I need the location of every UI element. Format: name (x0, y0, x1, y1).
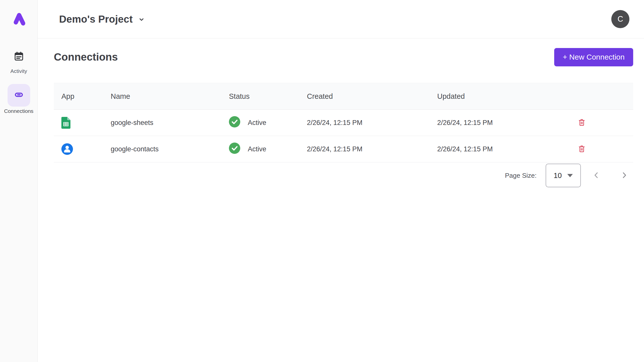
updated-timestamp: 2/26/24, 12:15 PM (437, 119, 578, 127)
previous-page-button[interactable] (593, 171, 599, 180)
sidebar-item-label: Activity (10, 68, 27, 74)
project-switcher[interactable]: Demo's Project (59, 14, 145, 25)
created-timestamp: 2/26/24, 12:15 PM (307, 145, 437, 153)
page-head: Connections + New Connection (54, 48, 633, 66)
google-sheets-icon (61, 117, 111, 129)
top-header: Demo's Project C (38, 0, 644, 38)
active-nav-highlight (8, 84, 30, 107)
page-size-select[interactable]: 10 (546, 164, 581, 187)
column-header-status: Status (229, 92, 307, 101)
trash-icon (579, 145, 585, 153)
avatar-initial: C (618, 15, 623, 24)
column-header-name: Name (111, 92, 229, 101)
sidebar: Activity Connections (0, 0, 38, 362)
sidebar-item-label: Connections (4, 108, 33, 114)
sidebar-item-connections[interactable]: Connections (4, 84, 33, 114)
new-connection-button[interactable]: + New Connection (554, 48, 633, 66)
page-size-label: Page Size: (505, 172, 537, 179)
sidebar-nav: Activity Connections (4, 27, 33, 114)
calendar-icon (13, 51, 24, 62)
check-circle-icon (229, 143, 240, 156)
chevron-right-icon (621, 171, 628, 180)
caret-down-icon (567, 174, 573, 177)
page-size-value: 10 (554, 171, 562, 180)
delete-connection-button[interactable] (579, 119, 585, 127)
status-label: Active (248, 145, 266, 153)
chevron-down-icon (138, 16, 145, 24)
connection-name: google-contacts (111, 145, 229, 153)
link-icon (14, 89, 24, 101)
trash-icon (579, 119, 585, 127)
connection-name: google-sheets (111, 119, 229, 127)
connections-table: App Name Status Created Updated (54, 83, 633, 188)
column-header-app: App (54, 92, 111, 101)
avatar[interactable]: C (611, 10, 629, 28)
google-contacts-icon (61, 143, 111, 155)
table-row: google-sheets Active 2/26/24, 12:15 PM 2… (54, 110, 633, 136)
status-badge: Active (229, 143, 307, 156)
sidebar-item-activity[interactable]: Activity (4, 51, 33, 74)
delete-connection-button[interactable] (579, 145, 585, 153)
column-header-updated: Updated (437, 92, 578, 101)
main-content: Connections + New Connection App Name St… (38, 39, 644, 362)
created-timestamp: 2/26/24, 12:15 PM (307, 119, 437, 127)
chevron-left-icon (593, 171, 599, 180)
column-header-created: Created (307, 92, 437, 101)
status-badge: Active (229, 116, 307, 129)
next-page-button[interactable] (621, 171, 628, 180)
check-circle-icon (229, 116, 240, 129)
page-title: Connections (54, 51, 118, 63)
table-header-row: App Name Status Created Updated (54, 83, 633, 110)
pagination: Page Size: 10 (54, 163, 633, 188)
status-label: Active (248, 119, 266, 127)
updated-timestamp: 2/26/24, 12:15 PM (437, 145, 578, 153)
project-title: Demo's Project (59, 14, 133, 25)
app-logo-icon[interactable] (11, 11, 27, 27)
table-row: google-contacts Active 2/26/24, 12:15 PM… (54, 136, 633, 162)
